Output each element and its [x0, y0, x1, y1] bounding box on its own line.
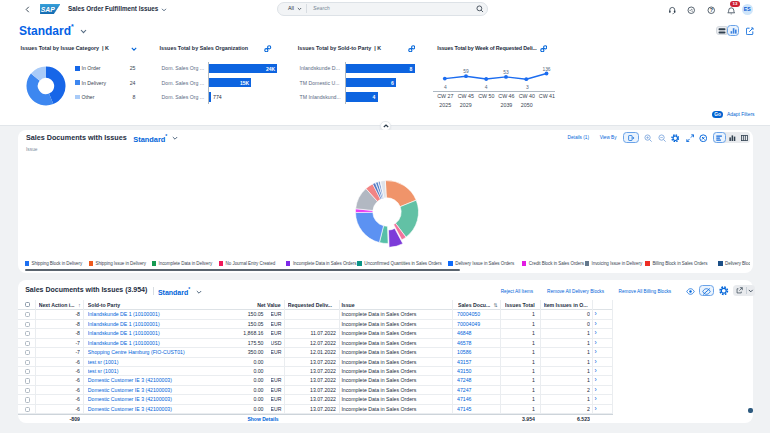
svg-text:?: ?	[710, 7, 713, 13]
svg-text:SAP: SAP	[40, 6, 54, 13]
svg-text:53: 53	[503, 70, 509, 75]
svg-text:4: 4	[444, 85, 447, 90]
svg-text:59: 59	[463, 69, 469, 74]
svg-text:136: 136	[542, 67, 550, 72]
